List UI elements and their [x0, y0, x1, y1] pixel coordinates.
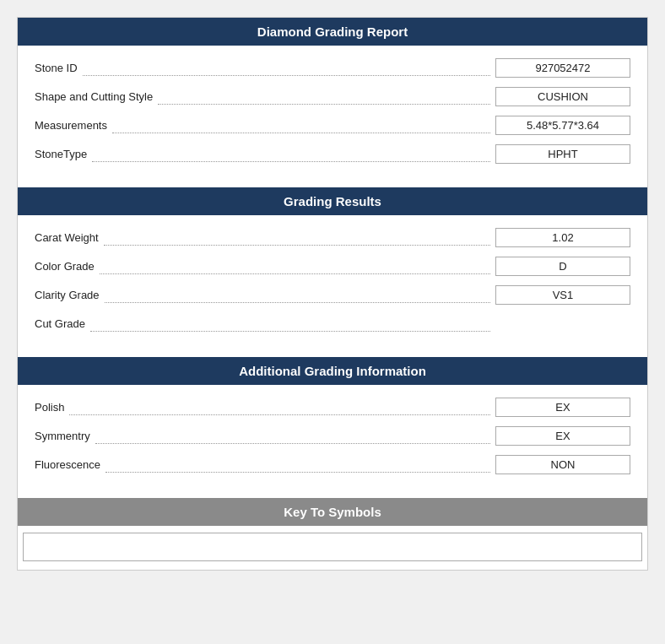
measurements-value: 5.48*5.77*3.64 — [495, 116, 630, 135]
color-grade-label: Color Grade — [35, 260, 95, 273]
fluorescence-label: Fluorescence — [35, 458, 100, 471]
clarity-grade-label: Clarity Grade — [35, 289, 100, 301]
symbols-header: Key To Symbols — [18, 498, 647, 526]
polish-dots — [69, 414, 490, 415]
carat-weight-dots — [104, 245, 490, 246]
color-grade-value: D — [495, 257, 630, 276]
symbols-box — [23, 533, 642, 561]
symmentry-value: EX — [495, 426, 630, 446]
shape-value: CUSHION — [495, 87, 630, 106]
stone-id-dots — [83, 75, 490, 76]
carat-weight-value: 1.02 — [495, 228, 630, 247]
report-container: Diamond Grading Report Stone ID 92705247… — [17, 17, 648, 571]
stonetype-dots — [92, 161, 490, 162]
symbols-title: Key To Symbols — [284, 505, 381, 519]
cut-grade-dots — [90, 331, 490, 332]
cut-grade-label: Cut Grade — [35, 317, 85, 330]
polish-label: Polish — [35, 401, 64, 414]
clarity-grade-value: VS1 — [495, 285, 630, 305]
polish-row: Polish EX — [35, 395, 630, 419]
shape-label: Shape and Cutting Style — [35, 90, 153, 103]
symmentry-dots — [95, 443, 490, 444]
color-grade-dots — [100, 273, 490, 274]
measurements-dots — [112, 133, 490, 133]
clarity-grade-row: Clarity Grade VS1 — [35, 283, 630, 306]
grading-header: Grading Results — [18, 187, 647, 215]
main-title: Diamond Grading Report — [257, 24, 408, 39]
polish-value: EX — [495, 398, 630, 417]
main-header: Diamond Grading Report — [18, 18, 647, 46]
symmentry-row: Symmentry EX — [35, 424, 630, 447]
carat-weight-row: Carat Weight 1.02 — [35, 225, 630, 249]
stone-id-row: Stone ID 927052472 — [35, 56, 630, 79]
stonetype-row: StoneType HPHT — [35, 142, 630, 165]
shape-row: Shape and Cutting Style CUSHION — [35, 84, 630, 108]
measurements-label: Measurements — [35, 119, 107, 132]
additional-section: Polish EX Symmentry EX Fluorescence NON — [18, 385, 647, 498]
stone-id-value: 927052472 — [495, 58, 630, 78]
fluorescence-value: NON — [495, 455, 630, 474]
grading-title: Grading Results — [284, 194, 381, 208]
cut-grade-row: Cut Grade — [35, 311, 630, 335]
grading-section: Carat Weight 1.02 Color Grade D Clarity … — [18, 215, 647, 357]
shape-dots — [158, 104, 490, 105]
color-grade-row: Color Grade D — [35, 254, 630, 278]
clarity-grade-dots — [105, 302, 490, 303]
measurements-row: Measurements 5.48*5.77*3.64 — [35, 113, 630, 137]
additional-title: Additional Grading Information — [239, 364, 426, 378]
stonetype-value: HPHT — [495, 144, 630, 164]
stonetype-label: StoneType — [35, 148, 87, 160]
carat-weight-label: Carat Weight — [35, 231, 99, 244]
fluorescence-dots — [105, 472, 490, 473]
additional-header: Additional Grading Information — [18, 357, 647, 385]
stone-id-label: Stone ID — [35, 62, 78, 74]
symmentry-label: Symmentry — [35, 430, 90, 442]
identification-section: Stone ID 927052472 Shape and Cutting Sty… — [18, 46, 647, 187]
fluorescence-row: Fluorescence NON — [35, 452, 630, 476]
